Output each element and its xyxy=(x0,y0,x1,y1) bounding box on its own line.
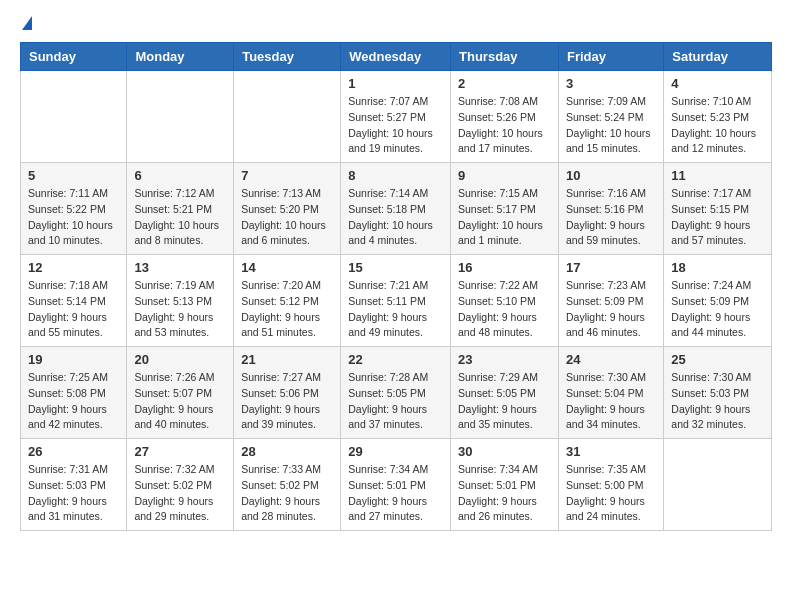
day-number: 13 xyxy=(134,260,226,275)
calendar-week-5: 26Sunrise: 7:31 AM Sunset: 5:03 PM Dayli… xyxy=(21,439,772,531)
day-number: 14 xyxy=(241,260,333,275)
calendar-week-4: 19Sunrise: 7:25 AM Sunset: 5:08 PM Dayli… xyxy=(21,347,772,439)
day-info: Sunrise: 7:31 AM Sunset: 5:03 PM Dayligh… xyxy=(28,462,119,525)
day-number: 12 xyxy=(28,260,119,275)
day-info: Sunrise: 7:28 AM Sunset: 5:05 PM Dayligh… xyxy=(348,370,443,433)
calendar-cell xyxy=(21,71,127,163)
calendar-header-thursday: Thursday xyxy=(451,43,559,71)
calendar-week-3: 12Sunrise: 7:18 AM Sunset: 5:14 PM Dayli… xyxy=(21,255,772,347)
day-number: 11 xyxy=(671,168,764,183)
day-info: Sunrise: 7:11 AM Sunset: 5:22 PM Dayligh… xyxy=(28,186,119,249)
day-info: Sunrise: 7:21 AM Sunset: 5:11 PM Dayligh… xyxy=(348,278,443,341)
day-number: 5 xyxy=(28,168,119,183)
day-info: Sunrise: 7:12 AM Sunset: 5:21 PM Dayligh… xyxy=(134,186,226,249)
day-info: Sunrise: 7:34 AM Sunset: 5:01 PM Dayligh… xyxy=(348,462,443,525)
day-number: 2 xyxy=(458,76,551,91)
calendar-header-monday: Monday xyxy=(127,43,234,71)
calendar-cell: 27Sunrise: 7:32 AM Sunset: 5:02 PM Dayli… xyxy=(127,439,234,531)
day-number: 27 xyxy=(134,444,226,459)
page: SundayMondayTuesdayWednesdayThursdayFrid… xyxy=(0,0,792,547)
day-info: Sunrise: 7:34 AM Sunset: 5:01 PM Dayligh… xyxy=(458,462,551,525)
day-number: 16 xyxy=(458,260,551,275)
calendar-cell: 14Sunrise: 7:20 AM Sunset: 5:12 PM Dayli… xyxy=(234,255,341,347)
day-info: Sunrise: 7:24 AM Sunset: 5:09 PM Dayligh… xyxy=(671,278,764,341)
day-number: 4 xyxy=(671,76,764,91)
logo xyxy=(20,16,32,32)
day-number: 26 xyxy=(28,444,119,459)
calendar-cell: 16Sunrise: 7:22 AM Sunset: 5:10 PM Dayli… xyxy=(451,255,559,347)
day-info: Sunrise: 7:15 AM Sunset: 5:17 PM Dayligh… xyxy=(458,186,551,249)
day-number: 28 xyxy=(241,444,333,459)
day-number: 18 xyxy=(671,260,764,275)
day-info: Sunrise: 7:13 AM Sunset: 5:20 PM Dayligh… xyxy=(241,186,333,249)
calendar-cell: 8Sunrise: 7:14 AM Sunset: 5:18 PM Daylig… xyxy=(341,163,451,255)
header xyxy=(20,16,772,32)
calendar-cell: 4Sunrise: 7:10 AM Sunset: 5:23 PM Daylig… xyxy=(664,71,772,163)
day-info: Sunrise: 7:32 AM Sunset: 5:02 PM Dayligh… xyxy=(134,462,226,525)
calendar-cell: 29Sunrise: 7:34 AM Sunset: 5:01 PM Dayli… xyxy=(341,439,451,531)
day-info: Sunrise: 7:25 AM Sunset: 5:08 PM Dayligh… xyxy=(28,370,119,433)
day-info: Sunrise: 7:19 AM Sunset: 5:13 PM Dayligh… xyxy=(134,278,226,341)
calendar-cell xyxy=(234,71,341,163)
calendar-cell: 2Sunrise: 7:08 AM Sunset: 5:26 PM Daylig… xyxy=(451,71,559,163)
day-number: 21 xyxy=(241,352,333,367)
calendar-cell: 28Sunrise: 7:33 AM Sunset: 5:02 PM Dayli… xyxy=(234,439,341,531)
calendar: SundayMondayTuesdayWednesdayThursdayFrid… xyxy=(20,42,772,531)
calendar-cell: 31Sunrise: 7:35 AM Sunset: 5:00 PM Dayli… xyxy=(558,439,663,531)
day-info: Sunrise: 7:30 AM Sunset: 5:04 PM Dayligh… xyxy=(566,370,656,433)
day-number: 25 xyxy=(671,352,764,367)
day-number: 30 xyxy=(458,444,551,459)
calendar-cell: 23Sunrise: 7:29 AM Sunset: 5:05 PM Dayli… xyxy=(451,347,559,439)
day-info: Sunrise: 7:07 AM Sunset: 5:27 PM Dayligh… xyxy=(348,94,443,157)
day-info: Sunrise: 7:20 AM Sunset: 5:12 PM Dayligh… xyxy=(241,278,333,341)
calendar-cell: 11Sunrise: 7:17 AM Sunset: 5:15 PM Dayli… xyxy=(664,163,772,255)
day-number: 31 xyxy=(566,444,656,459)
day-number: 17 xyxy=(566,260,656,275)
calendar-cell: 26Sunrise: 7:31 AM Sunset: 5:03 PM Dayli… xyxy=(21,439,127,531)
day-info: Sunrise: 7:30 AM Sunset: 5:03 PM Dayligh… xyxy=(671,370,764,433)
calendar-cell: 25Sunrise: 7:30 AM Sunset: 5:03 PM Dayli… xyxy=(664,347,772,439)
day-number: 3 xyxy=(566,76,656,91)
calendar-cell: 3Sunrise: 7:09 AM Sunset: 5:24 PM Daylig… xyxy=(558,71,663,163)
day-info: Sunrise: 7:29 AM Sunset: 5:05 PM Dayligh… xyxy=(458,370,551,433)
calendar-header-wednesday: Wednesday xyxy=(341,43,451,71)
calendar-header-sunday: Sunday xyxy=(21,43,127,71)
calendar-cell: 1Sunrise: 7:07 AM Sunset: 5:27 PM Daylig… xyxy=(341,71,451,163)
day-info: Sunrise: 7:17 AM Sunset: 5:15 PM Dayligh… xyxy=(671,186,764,249)
day-number: 1 xyxy=(348,76,443,91)
calendar-header-saturday: Saturday xyxy=(664,43,772,71)
day-number: 29 xyxy=(348,444,443,459)
calendar-cell: 15Sunrise: 7:21 AM Sunset: 5:11 PM Dayli… xyxy=(341,255,451,347)
day-info: Sunrise: 7:10 AM Sunset: 5:23 PM Dayligh… xyxy=(671,94,764,157)
calendar-cell: 13Sunrise: 7:19 AM Sunset: 5:13 PM Dayli… xyxy=(127,255,234,347)
day-number: 8 xyxy=(348,168,443,183)
calendar-header-tuesday: Tuesday xyxy=(234,43,341,71)
day-number: 20 xyxy=(134,352,226,367)
calendar-cell: 19Sunrise: 7:25 AM Sunset: 5:08 PM Dayli… xyxy=(21,347,127,439)
calendar-cell: 24Sunrise: 7:30 AM Sunset: 5:04 PM Dayli… xyxy=(558,347,663,439)
calendar-cell xyxy=(664,439,772,531)
calendar-cell: 21Sunrise: 7:27 AM Sunset: 5:06 PM Dayli… xyxy=(234,347,341,439)
day-number: 9 xyxy=(458,168,551,183)
day-number: 24 xyxy=(566,352,656,367)
logo-triangle-icon xyxy=(22,16,32,30)
calendar-cell: 22Sunrise: 7:28 AM Sunset: 5:05 PM Dayli… xyxy=(341,347,451,439)
calendar-cell xyxy=(127,71,234,163)
day-number: 15 xyxy=(348,260,443,275)
day-info: Sunrise: 7:33 AM Sunset: 5:02 PM Dayligh… xyxy=(241,462,333,525)
calendar-cell: 17Sunrise: 7:23 AM Sunset: 5:09 PM Dayli… xyxy=(558,255,663,347)
calendar-week-2: 5Sunrise: 7:11 AM Sunset: 5:22 PM Daylig… xyxy=(21,163,772,255)
calendar-cell: 12Sunrise: 7:18 AM Sunset: 5:14 PM Dayli… xyxy=(21,255,127,347)
calendar-header-friday: Friday xyxy=(558,43,663,71)
day-info: Sunrise: 7:35 AM Sunset: 5:00 PM Dayligh… xyxy=(566,462,656,525)
calendar-week-1: 1Sunrise: 7:07 AM Sunset: 5:27 PM Daylig… xyxy=(21,71,772,163)
calendar-cell: 30Sunrise: 7:34 AM Sunset: 5:01 PM Dayli… xyxy=(451,439,559,531)
calendar-header-row: SundayMondayTuesdayWednesdayThursdayFrid… xyxy=(21,43,772,71)
day-info: Sunrise: 7:14 AM Sunset: 5:18 PM Dayligh… xyxy=(348,186,443,249)
day-number: 19 xyxy=(28,352,119,367)
day-info: Sunrise: 7:27 AM Sunset: 5:06 PM Dayligh… xyxy=(241,370,333,433)
day-info: Sunrise: 7:23 AM Sunset: 5:09 PM Dayligh… xyxy=(566,278,656,341)
calendar-cell: 10Sunrise: 7:16 AM Sunset: 5:16 PM Dayli… xyxy=(558,163,663,255)
day-number: 6 xyxy=(134,168,226,183)
day-info: Sunrise: 7:08 AM Sunset: 5:26 PM Dayligh… xyxy=(458,94,551,157)
